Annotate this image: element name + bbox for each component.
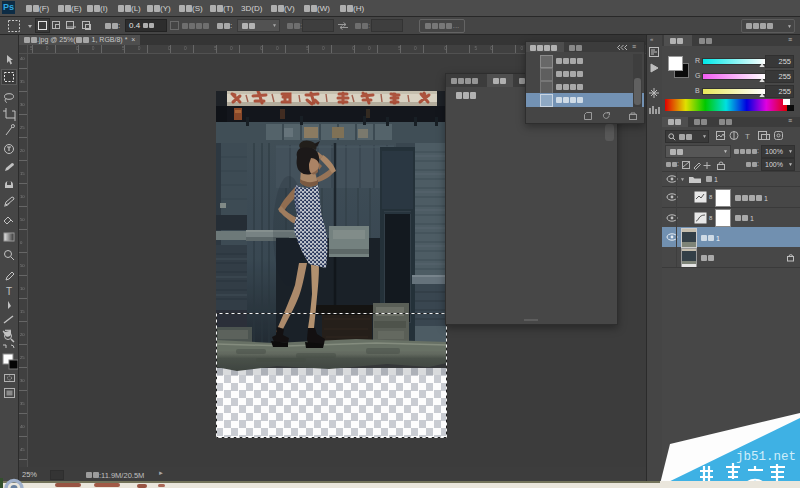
svg-text:T: T: [745, 132, 750, 141]
svg-text:T: T: [6, 286, 12, 297]
svg-text:jb51.net: jb51.net: [736, 450, 796, 464]
